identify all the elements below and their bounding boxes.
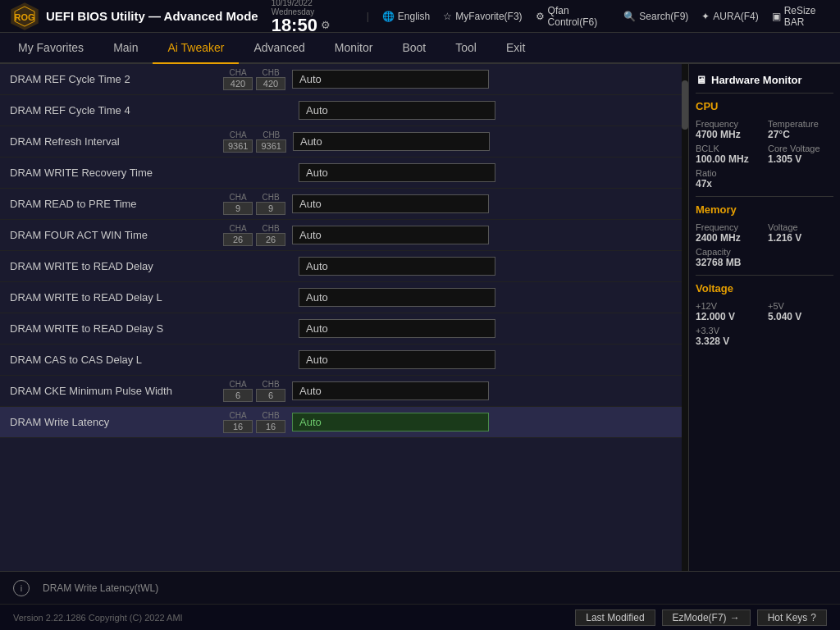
- auto-dropdown[interactable]: Auto: [292, 70, 489, 89]
- cpu-section-title: CPU: [696, 100, 833, 112]
- row-label: DRAM READ to PRE Time: [10, 198, 223, 210]
- aura-tool[interactable]: ✦ AURA(F4): [701, 11, 758, 22]
- search-label: Search(F9): [639, 11, 688, 22]
- row-label: DRAM REF Cycle Time 4: [10, 104, 223, 116]
- v5-value: 5.040 V: [768, 311, 833, 322]
- resizebar-tool[interactable]: ▣ ReSize BAR: [772, 5, 830, 28]
- scrollbar-thumb[interactable]: [682, 80, 688, 130]
- myfavorite-tool[interactable]: ☆ MyFavorite(F3): [443, 11, 522, 22]
- last-modified-button[interactable]: Last Modified: [575, 609, 655, 626]
- hw-monitor-title: 🖥 Hardware Monitor: [696, 71, 833, 94]
- auto-dropdown[interactable]: Auto: [299, 319, 495, 338]
- footer-buttons: Last Modified EzMode(F7) → Hot Keys ?: [575, 609, 827, 626]
- core-voltage-value: 1.305 V: [768, 153, 833, 165]
- row-label: DRAM CKE Minimum Pulse Width: [10, 385, 223, 397]
- v12-value: 12.000 V: [696, 311, 761, 322]
- tab-monitor[interactable]: Monitor: [320, 33, 388, 64]
- cpu-freq-value: 4700 MHz: [696, 129, 761, 140]
- bios-row[interactable]: DRAM CAS to CAS Delay LAuto: [0, 345, 682, 376]
- bios-row[interactable]: DRAM Write LatencyCHA16CHB16Auto: [0, 407, 682, 438]
- auto-dropdown[interactable]: Auto: [299, 101, 495, 120]
- date-display: 10/19/2022 Wednesday: [272, 0, 347, 16]
- hot-keys-button[interactable]: Hot Keys ?: [757, 609, 827, 626]
- row-label: DRAM WRITE to READ Delay: [10, 260, 223, 272]
- time-block: 10/19/2022 Wednesday 18:50 ⚙: [272, 0, 347, 34]
- v33-value: 3.328 V: [696, 336, 761, 347]
- header-tools: 10/19/2022 Wednesday 18:50 ⚙ | 🌐 English…: [272, 0, 830, 34]
- mem-freq-value: 2400 MHz: [696, 232, 761, 244]
- row-label: DRAM WRITE to READ Delay L: [10, 291, 223, 304]
- tab-main[interactable]: Main: [98, 33, 153, 64]
- memory-section-title: Memory: [696, 203, 833, 216]
- auto-dropdown[interactable]: Auto: [292, 226, 489, 244]
- channel-values: CHA9CHB9: [223, 193, 285, 215]
- tab-advanced[interactable]: Advanced: [239, 33, 319, 64]
- tab-exit[interactable]: Exit: [491, 33, 540, 64]
- ez-mode-button[interactable]: EzMode(F7) →: [662, 609, 751, 626]
- footer-version: Version 2.22.1286 Copyright (C) 2022 AMI: [13, 613, 183, 623]
- bios-row[interactable]: DRAM WRITE Recovery TimeAuto: [0, 158, 682, 189]
- v12-label: +12V: [696, 301, 761, 311]
- tab-tool[interactable]: Tool: [441, 33, 491, 64]
- main-layout: DRAM REF Cycle Time 2CHA420CHB420AutoDRA…: [0, 64, 840, 571]
- favorite-icon: ☆: [443, 11, 452, 22]
- content-area: DRAM REF Cycle Time 2CHA420CHB420AutoDRA…: [0, 64, 682, 571]
- qfan-label: Qfan Control(F6): [548, 5, 611, 28]
- tab-aitweaker[interactable]: Ai Tweaker: [153, 33, 239, 64]
- auto-dropdown[interactable]: Auto: [299, 350, 495, 369]
- auto-dropdown[interactable]: Auto: [299, 257, 495, 276]
- app-title: UEFI BIOS Utility — Advanced Mode: [46, 9, 258, 23]
- mem-voltage-label: Voltage: [768, 222, 833, 232]
- channel-values: CHA6CHB6: [223, 380, 285, 402]
- myfavorite-label: MyFavorite(F3): [455, 11, 522, 22]
- auto-dropdown[interactable]: Auto: [299, 288, 495, 307]
- core-voltage-label: Core Voltage: [768, 144, 833, 153]
- cpu-freq-label: Frequency: [696, 119, 761, 129]
- divider-2: [696, 275, 833, 276]
- english-tool[interactable]: 🌐 English: [382, 11, 430, 22]
- channel-values: CHA420CHB420: [223, 68, 285, 90]
- bios-row[interactable]: DRAM FOUR ACT WIN TimeCHA26CHB26Auto: [0, 220, 682, 251]
- row-label: DRAM Refresh Interval: [10, 135, 223, 148]
- logo: ROG UEFI BIOS Utility — Advanced Mode: [10, 2, 258, 31]
- row-label: DRAM WRITE Recovery Time: [10, 167, 223, 179]
- search-tool[interactable]: 🔍 Search(F9): [623, 11, 688, 22]
- settings-icon[interactable]: ⚙: [321, 19, 331, 31]
- aura-icon: ✦: [701, 11, 710, 22]
- cpu-temp-value: 27°C: [768, 129, 833, 140]
- voltage-section-title: Voltage: [696, 282, 833, 294]
- bios-row[interactable]: DRAM REF Cycle Time 4Auto: [0, 95, 682, 126]
- scrollbar[interactable]: [682, 64, 688, 571]
- qfan-tool[interactable]: ⚙ Qfan Control(F6): [536, 5, 611, 28]
- tab-favorites[interactable]: My Favorites: [3, 33, 98, 64]
- auto-dropdown[interactable]: Auto: [292, 381, 489, 400]
- bclk-label: BCLK: [696, 144, 761, 153]
- row-label: DRAM Write Latency: [10, 416, 223, 428]
- auto-dropdown[interactable]: Auto: [292, 413, 489, 431]
- globe-icon: 🌐: [382, 11, 395, 22]
- svg-text:ROG: ROG: [14, 12, 34, 22]
- channel-values: CHA26CHB26: [223, 224, 285, 246]
- qfan-icon: ⚙: [536, 11, 545, 22]
- bios-row[interactable]: DRAM REF Cycle Time 2CHA420CHB420Auto: [0, 64, 682, 95]
- auto-dropdown[interactable]: Auto: [293, 132, 490, 151]
- mem-voltage-value: 1.216 V: [768, 232, 833, 244]
- tab-boot[interactable]: Boot: [387, 33, 441, 64]
- bios-row[interactable]: DRAM Refresh IntervalCHA9361CHB9361Auto: [0, 126, 682, 158]
- english-label: English: [398, 11, 430, 22]
- auto-dropdown[interactable]: Auto: [292, 194, 489, 213]
- help-icon: ?: [810, 612, 816, 623]
- info-bar: i DRAM Write Latency(tWL): [0, 571, 840, 604]
- bios-row[interactable]: DRAM WRITE to READ Delay LAuto: [0, 282, 682, 313]
- row-label: DRAM CAS to CAS Delay L: [10, 354, 223, 366]
- bios-row[interactable]: DRAM READ to PRE TimeCHA9CHB9Auto: [0, 189, 682, 220]
- mem-freq-label: Frequency: [696, 222, 761, 232]
- info-icon: i: [13, 580, 30, 596]
- auto-dropdown[interactable]: Auto: [299, 163, 495, 182]
- bios-row[interactable]: DRAM WRITE to READ Delay SAuto: [0, 313, 682, 345]
- v33-label: +3.3V: [696, 326, 761, 336]
- monitor-icon: 🖥: [696, 74, 706, 86]
- ratio-value: 47x: [696, 178, 761, 189]
- bios-row[interactable]: DRAM WRITE to READ DelayAuto: [0, 251, 682, 282]
- bios-row[interactable]: DRAM CKE Minimum Pulse WidthCHA6CHB6Auto: [0, 376, 682, 407]
